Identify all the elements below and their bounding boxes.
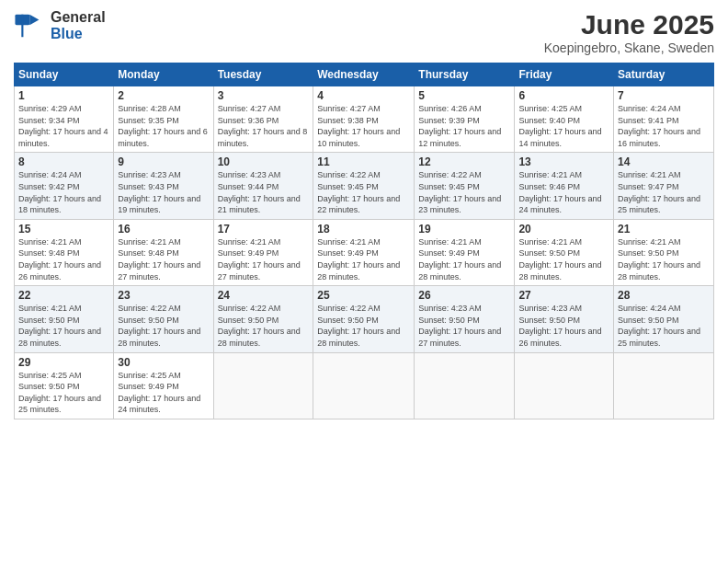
calendar-cell: 9 Sunrise: 4:23 AM Sunset: 9:43 PM Dayli… xyxy=(114,153,213,219)
day-number: 1 xyxy=(18,89,109,102)
logo: General Blue xyxy=(14,9,106,42)
day-info: Sunrise: 4:27 AM Sunset: 9:38 PM Dayligh… xyxy=(317,103,410,149)
day-info: Sunrise: 4:24 AM Sunset: 9:50 PM Dayligh… xyxy=(618,303,710,349)
calendar-cell: 10 Sunrise: 4:23 AM Sunset: 9:44 PM Dayl… xyxy=(213,153,313,219)
day-number: 13 xyxy=(518,155,609,168)
day-number: 2 xyxy=(118,89,209,102)
header: General Blue June 2025 Koepingebro, Skan… xyxy=(14,9,714,55)
day-number: 25 xyxy=(317,289,410,302)
day-number: 14 xyxy=(618,155,710,168)
day-number: 16 xyxy=(118,223,209,236)
day-number: 22 xyxy=(18,289,109,302)
day-number: 9 xyxy=(118,155,209,168)
day-number: 18 xyxy=(317,223,410,236)
day-number: 10 xyxy=(218,155,310,168)
day-info: Sunrise: 4:22 AM Sunset: 9:50 PM Dayligh… xyxy=(118,303,209,349)
calendar-header-row: SundayMondayTuesdayWednesdayThursdayFrid… xyxy=(15,63,714,86)
calendar-cell: 28 Sunrise: 4:24 AM Sunset: 9:50 PM Dayl… xyxy=(614,286,714,352)
day-number: 20 xyxy=(518,223,609,236)
page: General Blue June 2025 Koepingebro, Skan… xyxy=(0,0,728,563)
day-info: Sunrise: 4:28 AM Sunset: 9:35 PM Dayligh… xyxy=(118,103,209,149)
day-info: Sunrise: 4:25 AM Sunset: 9:49 PM Dayligh… xyxy=(118,370,209,416)
calendar-week-row: 22 Sunrise: 4:21 AM Sunset: 9:50 PM Dayl… xyxy=(15,286,714,352)
day-number: 11 xyxy=(317,155,410,168)
day-number: 21 xyxy=(618,223,710,236)
logo-blue: Blue xyxy=(51,26,106,42)
calendar-cell: 12 Sunrise: 4:22 AM Sunset: 9:45 PM Dayl… xyxy=(415,153,515,219)
day-number: 19 xyxy=(418,223,510,236)
day-info: Sunrise: 4:25 AM Sunset: 9:50 PM Dayligh… xyxy=(18,370,109,416)
day-info: Sunrise: 4:25 AM Sunset: 9:40 PM Dayligh… xyxy=(518,103,609,149)
calendar-header-tuesday: Tuesday xyxy=(213,63,313,86)
day-info: Sunrise: 4:22 AM Sunset: 9:45 PM Dayligh… xyxy=(317,169,410,215)
calendar-cell: 22 Sunrise: 4:21 AM Sunset: 9:50 PM Dayl… xyxy=(15,286,114,352)
calendar-cell: 13 Sunrise: 4:21 AM Sunset: 9:46 PM Dayl… xyxy=(515,153,614,219)
calendar-cell: 24 Sunrise: 4:22 AM Sunset: 9:50 PM Dayl… xyxy=(213,286,313,352)
calendar-cell: 6 Sunrise: 4:25 AM Sunset: 9:40 PM Dayli… xyxy=(515,86,614,153)
logo-icon xyxy=(14,9,47,42)
day-number: 30 xyxy=(118,356,209,369)
day-info: Sunrise: 4:21 AM Sunset: 9:50 PM Dayligh… xyxy=(518,236,609,282)
main-title: June 2025 xyxy=(544,9,714,40)
day-info: Sunrise: 4:21 AM Sunset: 9:46 PM Dayligh… xyxy=(518,169,609,215)
calendar-cell: 5 Sunrise: 4:26 AM Sunset: 9:39 PM Dayli… xyxy=(415,86,515,153)
calendar-header-thursday: Thursday xyxy=(415,63,515,86)
calendar-cell: 8 Sunrise: 4:24 AM Sunset: 9:42 PM Dayli… xyxy=(15,153,114,219)
calendar-header-sunday: Sunday xyxy=(15,63,114,86)
calendar-week-row: 29 Sunrise: 4:25 AM Sunset: 9:50 PM Dayl… xyxy=(15,352,714,419)
day-info: Sunrise: 4:21 AM Sunset: 9:48 PM Dayligh… xyxy=(18,236,109,282)
logo-text: General Blue xyxy=(51,9,106,41)
day-info: Sunrise: 4:23 AM Sunset: 9:43 PM Dayligh… xyxy=(118,169,209,215)
day-number: 29 xyxy=(18,356,109,369)
calendar-cell: 4 Sunrise: 4:27 AM Sunset: 9:38 PM Dayli… xyxy=(313,86,415,153)
day-info: Sunrise: 4:29 AM Sunset: 9:34 PM Dayligh… xyxy=(18,103,109,149)
day-info: Sunrise: 4:21 AM Sunset: 9:49 PM Dayligh… xyxy=(218,236,310,282)
day-info: Sunrise: 4:27 AM Sunset: 9:36 PM Dayligh… xyxy=(218,103,310,149)
logo-general: General xyxy=(51,9,106,26)
day-info: Sunrise: 4:23 AM Sunset: 9:44 PM Dayligh… xyxy=(218,169,310,215)
calendar-cell: 25 Sunrise: 4:22 AM Sunset: 9:50 PM Dayl… xyxy=(313,286,415,352)
day-info: Sunrise: 4:24 AM Sunset: 9:42 PM Dayligh… xyxy=(18,169,109,215)
day-number: 6 xyxy=(518,89,609,102)
day-number: 15 xyxy=(18,223,109,236)
calendar-cell xyxy=(515,352,614,419)
calendar-cell: 3 Sunrise: 4:27 AM Sunset: 9:36 PM Dayli… xyxy=(213,86,313,153)
calendar-cell: 21 Sunrise: 4:21 AM Sunset: 9:50 PM Dayl… xyxy=(614,219,714,285)
calendar-cell: 23 Sunrise: 4:22 AM Sunset: 9:50 PM Dayl… xyxy=(114,286,213,352)
day-number: 5 xyxy=(418,89,510,102)
day-info: Sunrise: 4:21 AM Sunset: 9:50 PM Dayligh… xyxy=(18,303,109,349)
day-number: 7 xyxy=(618,89,710,102)
day-info: Sunrise: 4:22 AM Sunset: 9:45 PM Dayligh… xyxy=(418,169,510,215)
day-info: Sunrise: 4:21 AM Sunset: 9:49 PM Dayligh… xyxy=(418,236,510,282)
day-info: Sunrise: 4:22 AM Sunset: 9:50 PM Dayligh… xyxy=(317,303,410,349)
svg-marker-1 xyxy=(29,15,39,26)
calendar-cell xyxy=(415,352,515,419)
day-number: 28 xyxy=(618,289,710,302)
day-info: Sunrise: 4:23 AM Sunset: 9:50 PM Dayligh… xyxy=(418,303,510,349)
calendar-week-row: 15 Sunrise: 4:21 AM Sunset: 9:48 PM Dayl… xyxy=(15,219,714,285)
calendar-cell: 1 Sunrise: 4:29 AM Sunset: 9:34 PM Dayli… xyxy=(15,86,114,153)
calendar-cell: 14 Sunrise: 4:21 AM Sunset: 9:47 PM Dayl… xyxy=(614,153,714,219)
day-info: Sunrise: 4:21 AM Sunset: 9:49 PM Dayligh… xyxy=(317,236,410,282)
calendar-cell: 16 Sunrise: 4:21 AM Sunset: 9:48 PM Dayl… xyxy=(114,219,213,285)
calendar-cell: 11 Sunrise: 4:22 AM Sunset: 9:45 PM Dayl… xyxy=(313,153,415,219)
day-info: Sunrise: 4:22 AM Sunset: 9:50 PM Dayligh… xyxy=(218,303,310,349)
calendar-cell xyxy=(313,352,415,419)
day-number: 27 xyxy=(518,289,609,302)
calendar-cell: 2 Sunrise: 4:28 AM Sunset: 9:35 PM Dayli… xyxy=(114,86,213,153)
calendar-cell: 18 Sunrise: 4:21 AM Sunset: 9:49 PM Dayl… xyxy=(313,219,415,285)
title-section: June 2025 Koepingebro, Skane, Sweden xyxy=(544,9,714,55)
calendar-week-row: 1 Sunrise: 4:29 AM Sunset: 9:34 PM Dayli… xyxy=(15,86,714,153)
day-number: 8 xyxy=(18,155,109,168)
day-number: 3 xyxy=(218,89,310,102)
calendar-cell: 7 Sunrise: 4:24 AM Sunset: 9:41 PM Dayli… xyxy=(614,86,714,153)
calendar-cell xyxy=(614,352,714,419)
subtitle: Koepingebro, Skane, Sweden xyxy=(544,40,714,55)
calendar-header-friday: Friday xyxy=(515,63,614,86)
calendar-table: SundayMondayTuesdayWednesdayThursdayFrid… xyxy=(14,63,714,419)
calendar-week-row: 8 Sunrise: 4:24 AM Sunset: 9:42 PM Dayli… xyxy=(15,153,714,219)
calendar-header-monday: Monday xyxy=(114,63,213,86)
day-info: Sunrise: 4:21 AM Sunset: 9:50 PM Dayligh… xyxy=(618,236,710,282)
calendar-cell: 17 Sunrise: 4:21 AM Sunset: 9:49 PM Dayl… xyxy=(213,219,313,285)
day-info: Sunrise: 4:24 AM Sunset: 9:41 PM Dayligh… xyxy=(618,103,710,149)
